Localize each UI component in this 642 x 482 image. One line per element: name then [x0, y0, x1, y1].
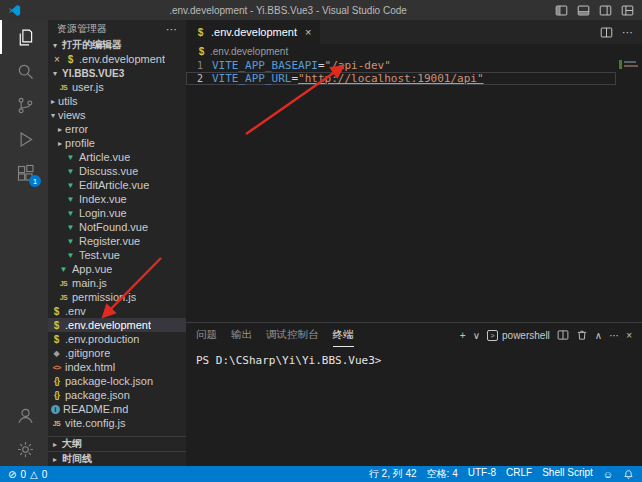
tree-item-profile[interactable]: ▸profile: [48, 136, 186, 150]
activity-explorer[interactable]: [0, 20, 48, 54]
vue-file-icon: ▼: [65, 209, 76, 218]
search-icon: [15, 61, 36, 82]
tree-item-Index.vue[interactable]: ▼Index.vue: [48, 192, 186, 206]
tree-item-vite.config.js[interactable]: JSvite.config.js: [48, 416, 186, 430]
terminal-shell-select[interactable]: > powershell: [487, 330, 550, 341]
chevron-down-icon: ▾: [50, 41, 60, 50]
kill-terminal-icon[interactable]: [576, 329, 588, 341]
activity-run-debug[interactable]: [0, 122, 48, 156]
activity-account[interactable]: [0, 398, 48, 432]
file-name: vite.config.js: [65, 417, 126, 429]
activity-extensions[interactable]: 1: [0, 156, 48, 190]
close-icon[interactable]: ×: [52, 54, 62, 65]
new-terminal-icon[interactable]: +: [460, 330, 466, 341]
feedback-icon[interactable]: ☺: [603, 469, 613, 480]
tab-env-development[interactable]: $ .env.development ×: [186, 20, 320, 44]
notifications-bell-icon[interactable]: [623, 469, 634, 480]
tree-item-Discuss.vue[interactable]: ▼Discuss.vue: [48, 164, 186, 178]
tree-item-permission.js[interactable]: JSpermission.js: [48, 290, 186, 304]
tree-item-Test.vue[interactable]: ▼Test.vue: [48, 248, 186, 262]
window-title: .env.development - Yi.BBS.Vue3 - Visual …: [29, 5, 547, 16]
panel: 问题输出调试控制台终端 + ∨ > powershell ∧ ⋯ ×: [186, 322, 642, 466]
more-actions-icon[interactable]: ⋯: [166, 23, 177, 36]
breadcrumb[interactable]: $ .env.development: [186, 44, 642, 58]
json-file-icon: {}: [51, 376, 62, 386]
status-indentation[interactable]: 空格: 4: [427, 467, 458, 481]
tree-item-main.js[interactable]: JSmain.js: [48, 276, 186, 290]
vue-file-icon: ▼: [65, 167, 76, 176]
tree-item-NotFound.vue[interactable]: ▼NotFound.vue: [48, 220, 186, 234]
tree-item-Login.vue[interactable]: ▼Login.vue: [48, 206, 186, 220]
panel-tab-问题[interactable]: 问题: [196, 323, 217, 347]
status-language-mode[interactable]: Shell Script: [542, 467, 593, 481]
outline-section[interactable]: ▸ 大纲: [48, 436, 186, 451]
activity-search[interactable]: [0, 54, 48, 88]
open-editors-header[interactable]: ▾ 打开的编辑器: [48, 38, 186, 52]
tree-item-README.md[interactable]: iREADME.md: [48, 402, 186, 416]
panel-tab-终端[interactable]: 终端: [333, 323, 354, 347]
html-file-icon: <>: [51, 363, 62, 372]
project-header[interactable]: ▾ YI.BBS.VUE3: [48, 66, 186, 80]
tree-item-.env.production[interactable]: $.env.production: [48, 332, 186, 346]
open-editors-label: 打开的编辑器: [62, 38, 122, 52]
panel-tabs: 问题输出调试控制台终端: [196, 323, 354, 347]
tree-item-package.json[interactable]: {}package.json: [48, 388, 186, 402]
tree-item-Register.vue[interactable]: ▼Register.vue: [48, 234, 186, 248]
tree-item-.gitignore[interactable]: ◆.gitignore: [48, 346, 186, 360]
customize-layout-icon[interactable]: [621, 4, 634, 17]
tree-item-package-lock.json[interactable]: {}package-lock.json: [48, 374, 186, 388]
maximize-panel-icon[interactable]: ∧: [595, 330, 602, 341]
more-actions-icon[interactable]: ⋯: [609, 330, 619, 341]
tree-item-index.html[interactable]: <>index.html: [48, 360, 186, 374]
activity-settings[interactable]: [0, 432, 48, 466]
tree-item-EditArticle.vue[interactable]: ▼EditArticle.vue: [48, 178, 186, 192]
status-cursor-position[interactable]: 行 2, 列 42: [369, 467, 417, 481]
toggle-sidebar-icon[interactable]: [555, 4, 568, 17]
code-line-1[interactable]: 1VITE_APP_BASEAPI="/api-dev": [186, 59, 616, 72]
timeline-section[interactable]: ▸ 时间线: [48, 451, 186, 466]
line-content: VITE_APP_BASEAPI="/api-dev": [212, 59, 391, 72]
errors-count: 0: [20, 469, 26, 480]
tree-item-utils[interactable]: ▸utils: [48, 94, 186, 108]
chevron-down-icon[interactable]: ∨: [473, 330, 480, 341]
code-editor[interactable]: 1VITE_APP_BASEAPI="/api-dev"2VITE_APP_UR…: [186, 58, 642, 322]
js-file-icon: JS: [58, 294, 69, 301]
minimap[interactable]: [621, 60, 639, 100]
code-line-2[interactable]: 2VITE_APP_URL="http://localhost:19001/ap…: [186, 72, 616, 85]
chevron-right-icon: ▸: [58, 125, 62, 134]
tree-item-views[interactable]: ▾views: [48, 108, 186, 122]
minimap-line-mark: [624, 61, 636, 63]
env-file-icon: $: [65, 54, 76, 65]
tree-item-App.vue[interactable]: ▼App.vue: [48, 262, 186, 276]
close-panel-icon[interactable]: ×: [626, 330, 632, 341]
file-name: Article.vue: [79, 151, 130, 163]
status-encoding[interactable]: UTF-8: [468, 467, 496, 481]
panel-tab-调试控制台[interactable]: 调试控制台: [266, 323, 319, 347]
split-terminal-icon[interactable]: [557, 329, 569, 341]
js-file-icon: JS: [51, 420, 62, 427]
more-actions-icon[interactable]: ⋯: [622, 26, 633, 39]
status-eol[interactable]: CRLF: [506, 467, 532, 481]
source-control-icon: [15, 95, 36, 116]
toggle-panel-icon[interactable]: [577, 4, 590, 17]
tree-item-.env.development[interactable]: $.env.development: [48, 318, 186, 332]
chevron-down-icon: ▾: [50, 69, 60, 78]
json-file-icon: {}: [51, 390, 62, 400]
file-name: main.js: [72, 277, 107, 289]
tree-item-user.js[interactable]: JSuser.js: [48, 80, 186, 94]
problems-status[interactable]: ⊘ 0 △ 0: [8, 469, 47, 480]
tree-item-Article.vue[interactable]: ▼Article.vue: [48, 150, 186, 164]
close-icon[interactable]: ×: [305, 26, 311, 38]
tree-item-error[interactable]: ▸error: [48, 122, 186, 136]
project-label: YI.BBS.VUE3: [62, 68, 124, 79]
split-editor-icon[interactable]: [600, 26, 613, 39]
toggle-secondary-sidebar-icon[interactable]: [599, 4, 612, 17]
terminal[interactable]: PS D:\CSharp\Yi\Yi.BBS.Vue3>: [186, 347, 642, 466]
tree-item-.env[interactable]: $.env: [48, 304, 186, 318]
files-icon: [15, 27, 36, 48]
open-editor-item[interactable]: × $ .env.development: [48, 52, 186, 66]
panel-tab-输出[interactable]: 输出: [231, 323, 252, 347]
vue-file-icon: ▼: [65, 195, 76, 204]
activity-source-control[interactable]: [0, 88, 48, 122]
sidebar-title: 资源管理器: [57, 22, 107, 36]
